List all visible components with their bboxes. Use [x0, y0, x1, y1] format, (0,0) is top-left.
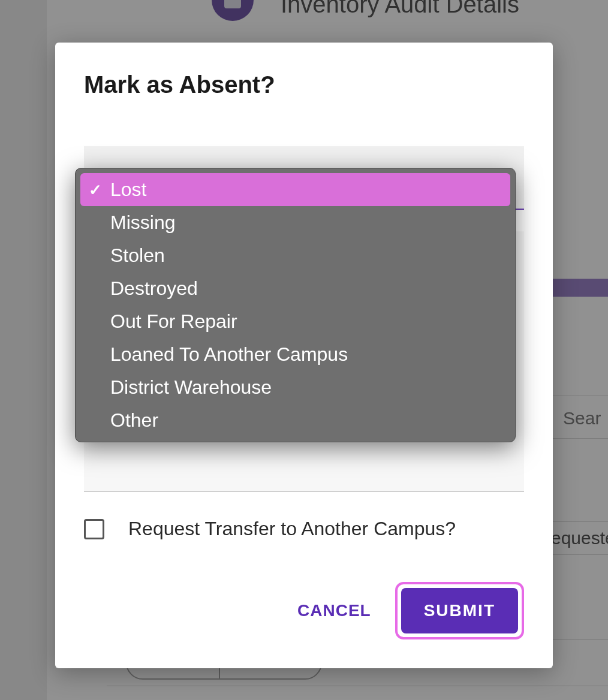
dropdown-option-destroyed[interactable]: Destroyed — [80, 272, 510, 305]
submit-highlight: SUBMIT — [395, 582, 524, 639]
request-transfer-label: Request Transfer to Another Campus? — [128, 518, 456, 540]
cancel-button[interactable]: CANCEL — [290, 590, 378, 631]
modal-actions: CANCEL SUBMIT — [84, 582, 524, 639]
request-transfer-checkbox[interactable] — [84, 519, 104, 539]
submit-button[interactable]: SUBMIT — [401, 588, 518, 633]
request-transfer-row[interactable]: Request Transfer to Another Campus? — [84, 518, 524, 540]
dropdown-option-missing[interactable]: Missing — [80, 206, 510, 239]
modal-title: Mark as Absent? — [84, 71, 524, 98]
dropdown-option-out-for-repair[interactable]: Out For Repair — [80, 305, 510, 338]
dropdown-option-lost[interactable]: Lost — [80, 173, 510, 206]
dropdown-option-loaned[interactable]: Loaned To Another Campus — [80, 338, 510, 371]
dropdown-option-district-warehouse[interactable]: District Warehouse — [80, 371, 510, 404]
dropdown-option-other[interactable]: Other — [80, 404, 510, 437]
reason-dropdown[interactable]: Lost Missing Stolen Destroyed Out For Re… — [75, 168, 516, 442]
dropdown-option-stolen[interactable]: Stolen — [80, 239, 510, 272]
